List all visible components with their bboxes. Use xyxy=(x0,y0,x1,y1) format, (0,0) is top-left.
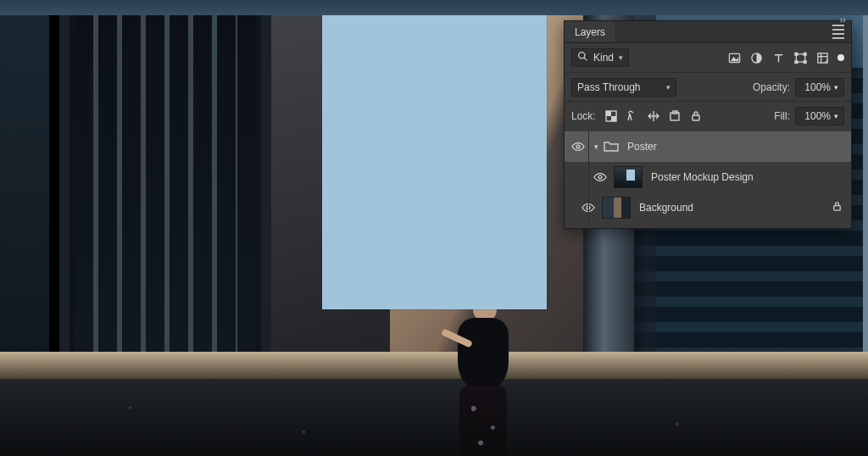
panel-menu-icon[interactable] xyxy=(832,25,844,39)
filter-shape-icon[interactable] xyxy=(793,51,807,64)
lock-artboard-icon[interactable] xyxy=(668,109,682,123)
fill-label: Fill: xyxy=(774,110,790,122)
filter-type-dropdown[interactable]: Kind ▾ xyxy=(571,48,629,67)
layer-name[interactable]: Poster xyxy=(627,141,657,153)
bg-window-bars xyxy=(93,0,237,371)
bg-person xyxy=(432,288,526,456)
layer-row-poster-mockup[interactable]: Poster Mockup Design xyxy=(565,162,851,192)
opacity-input[interactable]: 100% ▾ xyxy=(795,78,844,97)
layer-name[interactable]: Background xyxy=(639,202,693,214)
filter-type-icon[interactable] xyxy=(771,51,785,64)
svg-rect-16 xyxy=(693,115,699,120)
layer-row-poster-group[interactable]: ▾ Poster xyxy=(565,131,851,162)
svg-point-17 xyxy=(576,145,580,148)
svg-rect-20 xyxy=(834,206,840,211)
panel-tab-bar: Layers xyxy=(565,21,851,43)
lock-pixels-icon[interactable] xyxy=(626,109,639,123)
svg-marker-3 xyxy=(730,56,737,61)
svg-line-1 xyxy=(584,58,587,60)
layer-thumbnail[interactable] xyxy=(602,197,631,219)
lock-fill-row: Lock: Fill: 100% ▾ xyxy=(565,101,851,130)
filter-type-label: Kind xyxy=(593,52,614,64)
panel-collapse-arrows-icon[interactable]: ›› xyxy=(840,14,846,25)
filter-toggle-switch[interactable] xyxy=(837,54,844,61)
lock-position-icon[interactable] xyxy=(647,109,660,123)
expand-caret-icon[interactable]: ▾ xyxy=(592,142,600,151)
visibility-toggle[interactable] xyxy=(590,172,610,182)
layer-row-background[interactable]: Background xyxy=(565,192,851,223)
tab-layers-label: Layers xyxy=(575,26,605,38)
opacity-value: 100% xyxy=(804,81,831,93)
blend-mode-dropdown[interactable]: Pass Through ▾ xyxy=(571,78,676,97)
filter-pixel-icon[interactable] xyxy=(727,51,741,64)
folder-icon xyxy=(604,140,619,154)
lock-transparency-icon[interactable] xyxy=(604,109,618,123)
lock-icon[interactable] xyxy=(832,201,843,214)
chevron-down-icon: ▾ xyxy=(666,83,670,92)
poster-rectangle[interactable] xyxy=(322,10,547,309)
layer-tree: ▾ Poster Poster Mockup Design B xyxy=(565,130,851,228)
svg-rect-8 xyxy=(794,60,797,63)
svg-rect-12 xyxy=(606,111,611,116)
chevron-down-icon: ▾ xyxy=(834,112,838,120)
layer-filter-row: Kind ▾ xyxy=(565,43,851,72)
bg-window xyxy=(59,0,271,407)
chevron-down-icon: ▾ xyxy=(619,53,623,62)
fill-input[interactable]: 100% ▾ xyxy=(795,107,844,125)
filter-adjustment-icon[interactable] xyxy=(749,51,763,64)
opacity-label: Opacity: xyxy=(753,81,790,93)
layers-panel: ›› Layers Kind ▾ xyxy=(564,20,852,229)
svg-point-0 xyxy=(579,53,585,58)
svg-rect-6 xyxy=(794,53,797,55)
bg-sky-strip xyxy=(0,0,868,15)
lock-label: Lock: xyxy=(571,110,596,122)
chevron-down-icon: ▾ xyxy=(834,83,838,92)
lock-all-icon[interactable] xyxy=(689,109,703,123)
layer-thumbnail[interactable] xyxy=(614,166,643,188)
visibility-toggle[interactable] xyxy=(568,142,588,152)
svg-point-18 xyxy=(598,175,602,179)
svg-rect-7 xyxy=(804,53,806,55)
search-icon xyxy=(577,51,588,64)
layer-name[interactable]: Poster Mockup Design xyxy=(651,171,754,183)
svg-rect-9 xyxy=(804,60,806,63)
tab-layers[interactable]: Layers xyxy=(565,21,616,42)
fill-value: 100% xyxy=(804,110,831,122)
blend-mode-value: Pass Through xyxy=(577,81,641,93)
blend-opacity-row: Pass Through ▾ Opacity: 100% ▾ xyxy=(565,72,851,101)
filter-smartobject-icon[interactable] xyxy=(815,51,829,64)
svg-rect-13 xyxy=(611,116,616,121)
